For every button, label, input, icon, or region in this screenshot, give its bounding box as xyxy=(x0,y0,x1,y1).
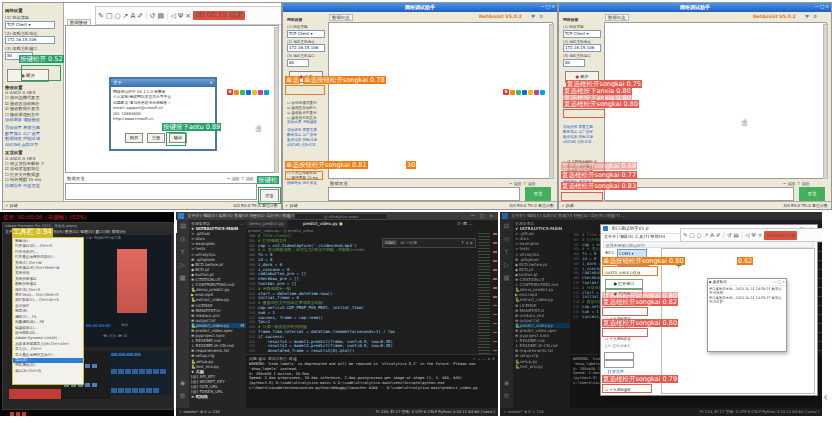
protocol-select[interactable]: TCP Client ▾ xyxy=(287,30,325,38)
data-log-tab[interactable]: 数据日志 xyxy=(605,14,629,21)
record-timer-badge[interactable]: 00:00:15 结束 xyxy=(193,11,245,20)
more-icon[interactable]: … xyxy=(240,221,244,226)
tray-icon[interactable] xyxy=(534,90,539,95)
vscode-menus[interactable]: 文件(F) 编辑(E) 选择(S) 查看(V) 转到(G) 运行(R) 终端(T… xyxy=(187,213,301,218)
tray-icon[interactable] xyxy=(252,90,257,95)
data-log-tab[interactable]: 数据日志 xyxy=(329,14,353,21)
register-button[interactable]: 注册 xyxy=(147,133,165,143)
heart-icon[interactable]: ♥ xyxy=(531,14,535,19)
status-right[interactable]: 行 134, 列 17 空格: 4 UTF-8 CRLF Python 3.10… xyxy=(376,408,495,416)
panel-tabs[interactable]: 问题 输出 调试控制台 终端＋ ⌄ … ∧ × xyxy=(246,355,498,362)
dialog-controls[interactable]: — □ × xyxy=(773,279,785,285)
undo-icon[interactable]: ↺ xyxy=(150,12,156,20)
log-area[interactable] xyxy=(328,22,553,179)
send-button[interactable]: 发送 xyxy=(525,187,551,201)
tray-icon[interactable] xyxy=(264,90,269,95)
send-options[interactable]: ☐ 转义符指令解析 ① ☑ 自动发送附加位 ☐ 打开文件数据源 ☐ 循环周期 1… xyxy=(5,161,61,183)
send-field-1[interactable] xyxy=(604,352,634,360)
search-icon[interactable]: ◎ xyxy=(176,233,189,246)
account-icon[interactable]: ◉ xyxy=(176,377,189,390)
terminal-output[interactable]: WARNING 'hide_labels' is deprecated and … xyxy=(246,362,498,391)
port-input[interactable]: 80 xyxy=(563,59,585,67)
circle-icon[interactable]: ○ xyxy=(697,232,702,238)
minimize-icon[interactable]: — xyxy=(773,280,777,284)
desktop-tray-icons[interactable]: S xyxy=(503,89,545,95)
tray-icon[interactable] xyxy=(510,90,515,95)
recv-links[interactable]: 自动滚屏 清除接收 xyxy=(287,120,325,125)
arrow-icon[interactable]: ↗ xyxy=(123,12,129,20)
send-input[interactable] xyxy=(65,183,257,200)
status-left[interactable]: ✓ master* ⊗ 0 ⚠ 134 xyxy=(179,409,220,414)
protocol-select[interactable]: TCP Client ▾ xyxy=(563,30,601,38)
minimap[interactable] xyxy=(478,233,490,354)
dialog-titlebar[interactable]: ▪ 接收数据 — □ × xyxy=(708,279,786,286)
speaker-icon[interactable]: ◁ xyxy=(745,232,749,238)
file-menu-items[interactable]: 新建(N) › 打开项目(O)… Ctrl+O 打开作品(P)… 打开最近使用的… xyxy=(13,238,83,358)
file-menu-items-tail[interactable]: 获取属性(G) › 退出(X) Ctrl+Q xyxy=(13,363,83,374)
gear-icon[interactable]: ⚙ xyxy=(539,14,543,19)
tab-predict-video[interactable]: predict_video.py ● xyxy=(300,220,347,228)
timeline-clip[interactable] xyxy=(9,389,61,399)
dialog-close-icon[interactable]: × xyxy=(209,79,213,87)
desktop-tray-icons[interactable]: S xyxy=(227,89,269,95)
source-control-icon[interactable]: Y xyxy=(500,246,513,259)
clear-links[interactable]: ⌐ 清除 ↑ 清除 xyxy=(227,176,254,181)
send-button[interactable]: 发送 xyxy=(799,187,825,201)
recv-options[interactable]: ☐ 按日志模式显示 ☑ 接收区自动换行 ☑ 接收数据不显示 ☐ 接收保存到文件 xyxy=(5,95,61,117)
send-input[interactable] xyxy=(328,187,520,201)
messenger-icon[interactable]: S xyxy=(227,89,233,95)
minimize-icon[interactable]: — xyxy=(471,213,477,218)
window-controls[interactable]: —□× xyxy=(814,4,830,9)
recv-links[interactable]: 自动滚屏 清除接收 xyxy=(5,117,61,122)
host-input[interactable]: 172.16.15.106 xyxy=(287,44,325,52)
chevron-left-icon[interactable]: ‹ xyxy=(823,390,828,403)
close-icon[interactable]: × xyxy=(185,12,191,20)
arrow-icon[interactable]: ↗ xyxy=(704,232,709,238)
serial-menubar[interactable]: 文件(F) 编辑(E) 工具(T) 帮助(H) xyxy=(604,234,665,239)
tray-icon[interactable] xyxy=(246,90,251,95)
close-icon[interactable]: × xyxy=(551,4,556,9)
buy-button[interactable]: 购买 xyxy=(125,133,143,143)
trash-icon[interactable]: ▤ xyxy=(734,232,739,238)
recv-options[interactable]: ☐ 按日志模式显示 ☑ 接收区自动换行 ☑ 接收数据不显示 ☐ 接收保存到文件 xyxy=(287,101,325,120)
explorer-icon[interactable]: ▤ xyxy=(176,220,189,233)
send-field-2[interactable] xyxy=(604,360,634,368)
host-input[interactable]: 172.16.15.106 xyxy=(563,44,601,52)
messenger-icon[interactable]: S xyxy=(503,89,509,95)
file-list[interactable]: > .github > docs > examples > tests > ul… xyxy=(515,231,570,323)
account-icon[interactable]: ◉ xyxy=(500,377,513,390)
tray-icon[interactable] xyxy=(540,90,545,95)
rect-icon[interactable]: □ xyxy=(690,232,695,238)
run-debug-icon[interactable]: ▷ xyxy=(500,259,513,272)
close-icon[interactable]: × xyxy=(758,232,763,238)
tray-icon[interactable] xyxy=(258,90,263,95)
dialog-titlebar[interactable]: 关于 × xyxy=(111,79,215,87)
source-control-icon[interactable]: Y xyxy=(176,246,189,259)
open-file-link[interactable]: 打开文件 xyxy=(608,369,624,374)
mic-icon[interactable]: Ψ xyxy=(178,12,184,20)
tray-icon[interactable] xyxy=(522,90,527,95)
file-list[interactable]: > .github > docs > examples > tests > ul… xyxy=(191,231,246,323)
quick-links[interactable]: 启动设置 界面主题 配置导出 出厂设置 数据转发 控制过滤 ASCII码 点阵汉… xyxy=(563,125,601,144)
code-editor[interactable]: # file.close() # 打开视频文件 cap = cv2.VideoC… xyxy=(246,233,476,355)
settings-gear-icon[interactable]: ⚙ xyxy=(500,390,513,403)
scrollbar[interactable] xyxy=(549,24,554,179)
pen-icon[interactable]: ✎ xyxy=(98,12,104,20)
extensions-icon[interactable]: ▦ xyxy=(176,272,189,285)
settings-gear-icon[interactable]: ⚙ xyxy=(176,390,189,403)
close-icon[interactable]: × xyxy=(825,4,830,9)
tray-icon[interactable] xyxy=(528,90,533,95)
port-input[interactable]: 80 xyxy=(287,59,309,67)
panel-icons[interactable]: ＋ ⌄ … ∧ × xyxy=(472,355,495,362)
circle-icon[interactable]: ○ xyxy=(115,12,121,20)
protocol-select[interactable]: TCP Client ▾ xyxy=(5,21,55,29)
search-input[interactable]: ◎ ultralytics-main xyxy=(294,213,388,220)
status-right[interactable]: 行 134, 列 17 空格: 4 UTF-8 CRLF Python 3.10… xyxy=(700,408,819,416)
extensions-icon[interactable]: ▦ xyxy=(500,272,513,285)
search-icon[interactable]: ◎ xyxy=(500,233,513,246)
quick-links[interactable]: 启动设置 界面主题 配置导出 出厂设置 数据转发 控制过滤 ASCII码 点阵汉… xyxy=(287,128,325,147)
close-icon[interactable]: × xyxy=(782,280,785,284)
hex-send-checkbox[interactable]: ☐ 十六进制发送 xyxy=(605,337,631,341)
pen-icon[interactable]: ✎ xyxy=(683,232,688,238)
send-links[interactable]: 快捷指令 历史发送 xyxy=(5,183,61,188)
